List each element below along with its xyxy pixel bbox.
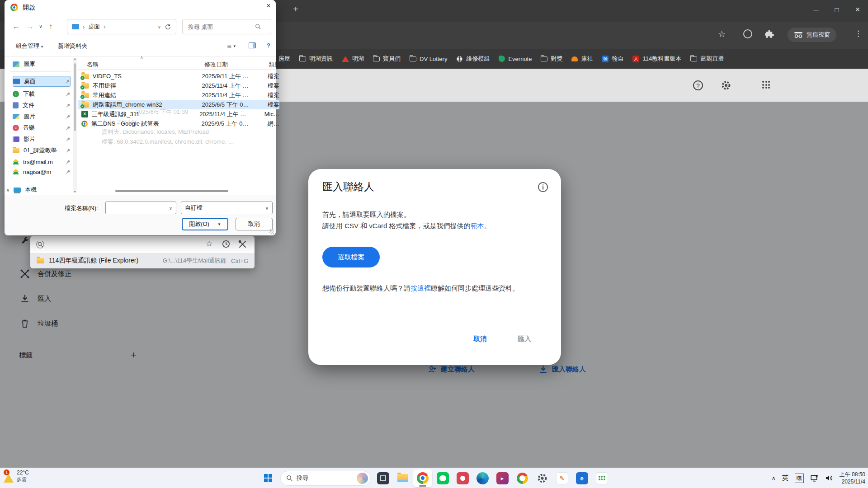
ime-language-indicator[interactable]: 英 — [782, 474, 788, 482]
column-header-name[interactable]: 名稱 — [87, 61, 99, 69]
nav-item-desktop[interactable]: 桌面 — [13, 76, 71, 87]
nav-item-downloads[interactable]: ↓ 下載 — [13, 89, 71, 99]
cancel-button[interactable]: 取消 — [236, 218, 273, 230]
organize-menu[interactable]: 組合管理 ▾ — [16, 42, 43, 50]
ime-mode-indicator[interactable]: 嘸 — [795, 474, 804, 483]
address-chevron-icon[interactable]: ∨ — [158, 24, 161, 29]
dialog-search-input[interactable] — [187, 23, 255, 31]
tray-chevron-up-icon[interactable]: ∧ — [772, 475, 776, 481]
file-row[interactable]: 第二DNS - Google 試算表 2025/9/5 上午 0… 網… — [78, 119, 279, 128]
launcher-result-row[interactable]: 114四年級通訊錄 (File Explorer) G:\...\114學生Ma… — [30, 253, 255, 268]
nav-item-documents[interactable]: 文件 — [13, 100, 71, 111]
weather-widget[interactable]: 1 22°C 多雲 — [4, 469, 29, 483]
chevron-down-icon[interactable]: ∨ — [6, 188, 9, 192]
window-minimize-button[interactable]: ─ — [806, 2, 826, 17]
column-header-type[interactable]: 類型 — [269, 61, 276, 69]
breadcrumb[interactable]: › 桌面 › ∨ — [67, 19, 176, 34]
nav-item-drive-trs[interactable]: trs@mail.m — [13, 156, 71, 167]
nav-item-gallery[interactable]: 圖庫 — [13, 59, 71, 70]
start-button[interactable] — [259, 469, 278, 487]
view-menu-icon[interactable]: ≣ ▾ — [227, 42, 236, 49]
browser-menu-icon[interactable]: ⋮ — [854, 29, 862, 38]
dialog-search-box[interactable] — [182, 19, 271, 34]
taskbar-app-chrome-active[interactable] — [413, 469, 432, 487]
taskbar-app-media[interactable]: ▸ — [493, 469, 512, 487]
taskbar-search-box[interactable]: 搜尋 — [280, 471, 371, 486]
window-close-button[interactable]: × — [847, 2, 868, 17]
incognito-badge[interactable]: 無痕視窗 — [788, 28, 836, 42]
bookmark-star-icon[interactable]: ☆ — [718, 29, 726, 39]
nav-item-videos[interactable]: 影片 — [13, 134, 71, 145]
bookmark-item[interactable]: 寶貝們 — [373, 55, 401, 63]
nav-item-this-pc[interactable]: ∨ 本機 — [6, 184, 70, 195]
help-icon[interactable]: ? — [693, 80, 703, 90]
nav-item-drive-nagisa[interactable]: nagisa@m — [13, 166, 71, 177]
filetype-dropdown[interactable]: 自訂檔 ∨ — [181, 202, 273, 214]
horizontal-scrollbar[interactable] — [115, 190, 228, 192]
taskbar-app-photos[interactable] — [453, 469, 472, 487]
speaker-icon[interactable] — [825, 474, 833, 482]
bookmark-item[interactable]: 人114教科書版本 — [632, 55, 681, 63]
launcher-search-input[interactable] — [49, 239, 185, 250]
star-icon[interactable]: ☆ — [206, 239, 212, 249]
taskbar-app-blue-e[interactable]: e — [572, 469, 591, 487]
forward-button[interactable]: → — [26, 22, 34, 31]
file-row-selected[interactable]: 網路電話用_chrome-win32 2025/6/5 下午 0… 檔案 — [78, 100, 279, 109]
bookmark-item[interactable]: 明湖 — [342, 55, 364, 63]
file-row[interactable]: 常用連結 2025/11/4 上午 … 檔案 — [78, 90, 279, 100]
up-button[interactable]: ↑ — [49, 22, 53, 31]
taskbar-app-pdf-editor[interactable]: ✎ — [552, 469, 571, 487]
settings-gear-icon[interactable] — [721, 80, 731, 91]
sort-chevron-icon[interactable]: ∧ — [140, 55, 143, 60]
bookmark-item[interactable]: 對獎 — [541, 55, 562, 63]
bookmark-item[interactable]: 藍鵲直播 — [690, 55, 724, 63]
nav-item-classroom-folder[interactable]: 01_課堂教學 — [13, 145, 71, 156]
back-button[interactable]: ← — [13, 22, 20, 31]
file-row[interactable]: 不用捷徑 2025/11/4 上午 … 檔案 — [78, 81, 279, 90]
dialog-close-button[interactable]: × — [262, 2, 275, 13]
modal-import-button[interactable]: 匯入 — [518, 335, 531, 343]
file-row[interactable]: X 三年級通訊錄_311 2025/11/4 上午 … Mic… — [78, 109, 279, 119]
history-chevron-icon[interactable]: ∨ — [39, 23, 42, 29]
bookmark-item[interactable]: 康社 — [571, 55, 593, 63]
network-icon[interactable] — [810, 474, 819, 482]
click-here-link[interactable]: 按這裡 — [410, 284, 431, 292]
template-link[interactable]: 範本 — [471, 222, 484, 230]
taskbar-app-line[interactable] — [433, 469, 452, 487]
nav-item-music[interactable]: ♪ 音樂 — [13, 122, 71, 133]
profile-circle-icon[interactable] — [743, 29, 752, 38]
nav-item-pictures[interactable]: 圖片 — [13, 111, 71, 122]
window-maximize-button[interactable]: □ — [826, 2, 847, 17]
breadcrumb-crumb[interactable]: 桌面 — [88, 23, 100, 31]
taskbar-app-file-explorer[interactable] — [393, 469, 412, 487]
bookmark-item[interactable]: Evernote — [499, 56, 532, 62]
taskbar-app-terminal[interactable] — [373, 469, 392, 487]
taskbar-app-google[interactable] — [513, 469, 532, 487]
resize-grip[interactable] — [269, 229, 274, 234]
help-icon[interactable]: ? — [267, 42, 270, 49]
bookmark-item[interactable]: 維修模組 — [456, 55, 490, 63]
column-header-date[interactable]: 修改日期 — [204, 61, 228, 69]
select-file-button[interactable]: 選取檔案 — [322, 247, 380, 267]
open-split-arrow-icon[interactable]: ▼ — [217, 222, 221, 226]
apps-grid-icon[interactable] — [762, 81, 770, 89]
refresh-icon[interactable] — [165, 23, 171, 30]
file-row[interactable]: VIDEO_TS 2025/9/11 上午 … 檔案 — [78, 71, 279, 81]
extensions-puzzle-icon[interactable] — [765, 29, 774, 38]
open-button[interactable]: 開啟(O) ▼ — [182, 218, 228, 230]
tools-icon[interactable] — [238, 240, 247, 249]
filename-input[interactable] — [109, 204, 164, 212]
history-clock-icon[interactable] — [222, 240, 230, 248]
taskbar-app-edge[interactable] — [473, 469, 492, 487]
tray-clock[interactable]: 上午 08:50 2025/11/4 — [840, 471, 865, 485]
info-icon[interactable] — [538, 182, 548, 192]
bookmark-item[interactable]: 翰翰自 — [602, 55, 623, 63]
new-folder-button[interactable]: 新增資料夾 — [58, 42, 87, 50]
filename-combobox[interactable]: ∨ — [105, 202, 176, 214]
chevron-down-icon[interactable]: ∨ — [169, 206, 172, 211]
nav-scrollbar[interactable]: ▲ ▼ — [73, 58, 77, 192]
taskbar-app-sheets[interactable] — [592, 469, 611, 487]
preview-pane-icon[interactable] — [249, 42, 256, 48]
bookmark-item[interactable]: 明湖資訊 — [299, 55, 333, 63]
modal-cancel-button[interactable]: 取消 — [473, 335, 487, 343]
